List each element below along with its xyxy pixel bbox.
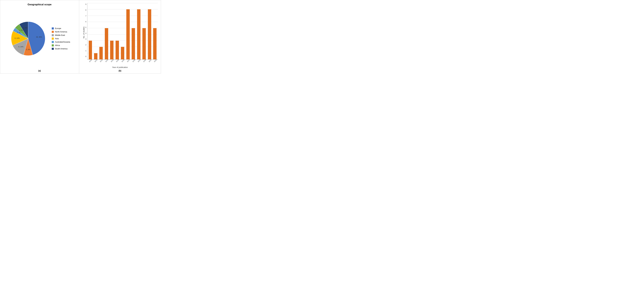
x-labels: 2010201120122013201420152016201720182019… xyxy=(87,60,158,62)
legend-item-europe: Europe xyxy=(52,27,70,30)
legend-item-asia: Asia xyxy=(52,38,70,40)
x-label-col: 2016 xyxy=(120,60,125,62)
x-label-col: 2012 xyxy=(98,60,103,62)
bar-chart-area: No. of studies 9876543210 20102011201220… xyxy=(82,3,158,62)
pie-section: 26, 46%5, 9%8, 14%8, 14%2, 3%3, 5%5, 9% … xyxy=(2,9,78,68)
bar-2021 xyxy=(148,9,151,60)
bar-grid xyxy=(87,3,158,60)
pie-label-europe: 26, 46% xyxy=(36,36,42,38)
x-label-col: 2017 xyxy=(126,60,130,62)
bar-2020 xyxy=(142,28,146,60)
legend-color-box xyxy=(52,48,54,50)
x-label-col: 2018 xyxy=(131,60,136,62)
bar-2014 xyxy=(110,41,114,60)
bar-column xyxy=(93,3,98,60)
legend-label: Africa xyxy=(55,44,60,46)
y-axis: 9876543210 xyxy=(86,3,87,62)
pie-label-south-america: 5, 9% xyxy=(23,27,27,28)
legend-item-south-america: South America xyxy=(52,48,70,50)
y-tick: 5 xyxy=(86,26,86,28)
bar-column xyxy=(115,3,120,60)
pie-svg: 26, 46%5, 9%8, 14%8, 14%2, 3%3, 5%5, 9% xyxy=(9,20,47,58)
pie-label-africa: 3, 5% xyxy=(19,29,23,31)
y-tick: 3 xyxy=(86,38,86,40)
x-label-col: 2014 xyxy=(109,60,114,62)
x-axis-title: Year of publication xyxy=(82,66,158,68)
y-axis-label: No. of studies xyxy=(83,26,85,38)
legend-label: Asia xyxy=(55,38,59,40)
x-label-col: 2011 xyxy=(93,60,98,62)
pie-label-north-america: 5, 9% xyxy=(26,48,30,50)
bar-2022 xyxy=(153,28,156,60)
x-label-col: 2020 xyxy=(142,60,146,62)
legend-color-box xyxy=(52,28,54,30)
bar-column xyxy=(104,3,109,60)
bar-column xyxy=(142,3,146,60)
y-tick: 0 xyxy=(86,56,86,57)
legend-color-box xyxy=(52,31,54,33)
legend-label: South America xyxy=(55,48,68,50)
bar-column xyxy=(99,3,104,60)
x-label-col: 2019 xyxy=(136,60,141,62)
bar-column xyxy=(147,3,152,60)
bar-2018 xyxy=(132,28,135,60)
y-tick: 4 xyxy=(86,32,86,34)
legend-label: Middle East xyxy=(55,34,65,36)
bar-2011 xyxy=(94,53,98,60)
bar-column xyxy=(88,3,93,60)
bar-2016 xyxy=(121,47,124,60)
y-axis-label-container: No. of studies xyxy=(82,3,85,62)
pie-chart-label: (a) xyxy=(38,70,41,72)
legend-color-box xyxy=(52,38,54,40)
legend-label: Europe xyxy=(55,27,61,30)
x-label-col: 2013 xyxy=(104,60,109,62)
legend-item-africa: Africa xyxy=(52,44,70,46)
bar-plot: 2010201120122013201420152016201720182019… xyxy=(87,3,158,62)
x-label-col: 2015 xyxy=(114,60,120,62)
legend-item-north-america: North America xyxy=(52,31,70,33)
bar-2017 xyxy=(126,9,130,60)
legend-color-box xyxy=(52,41,54,43)
legend-item-australia-oceania: Australia/Oceania xyxy=(52,41,70,43)
x-label-col: 2022 xyxy=(152,60,157,62)
pie-label-middle-east: 8, 14% xyxy=(18,46,24,48)
y-tick: 1 xyxy=(86,50,86,52)
bar-chart-label: (b) xyxy=(119,70,121,72)
x-label-col: 2010 xyxy=(88,60,92,62)
legend-label: Australia/Oceania xyxy=(55,41,70,43)
bar-column xyxy=(120,3,125,60)
y-tick: 6 xyxy=(86,21,86,22)
bars-row xyxy=(88,3,158,60)
legend-item-middle-east: Middle East xyxy=(52,34,70,36)
bar-column xyxy=(152,3,157,60)
legend-color-box xyxy=(52,44,54,46)
pie-chart-panel: Geographical scope 26, 46%5, 9%8, 14%8, … xyxy=(0,0,79,74)
x-label-col: 2021 xyxy=(147,60,152,62)
pie-label-asia: 8, 14% xyxy=(14,37,20,39)
pie-chart-title: Geographical scope xyxy=(28,3,52,6)
bar-column xyxy=(126,3,130,60)
pie-legend: EuropeNorth AmericaMiddle EastAsiaAustra… xyxy=(52,27,70,50)
bar-column xyxy=(131,3,136,60)
y-tick: 9 xyxy=(86,4,86,5)
bar-column xyxy=(136,3,141,60)
bar-2012 xyxy=(99,47,103,60)
bar-chart-wrapper: No. of studies 9876543210 20102011201220… xyxy=(82,3,158,68)
bar-column xyxy=(110,3,114,60)
y-tick: 2 xyxy=(86,44,86,46)
y-tick: 7 xyxy=(86,15,86,17)
bar-2013 xyxy=(105,28,108,60)
y-tick: 8 xyxy=(86,9,86,11)
legend-color-box xyxy=(52,34,54,36)
bar-chart-panel: No. of studies 9876543210 20102011201220… xyxy=(79,0,161,74)
pie-container: 26, 46%5, 9%8, 14%8, 14%2, 3%3, 5%5, 9% xyxy=(9,20,47,58)
bar-2015 xyxy=(116,41,119,60)
bar-2019 xyxy=(137,9,140,60)
legend-label: North America xyxy=(55,31,67,33)
bar-2010 xyxy=(89,41,92,60)
